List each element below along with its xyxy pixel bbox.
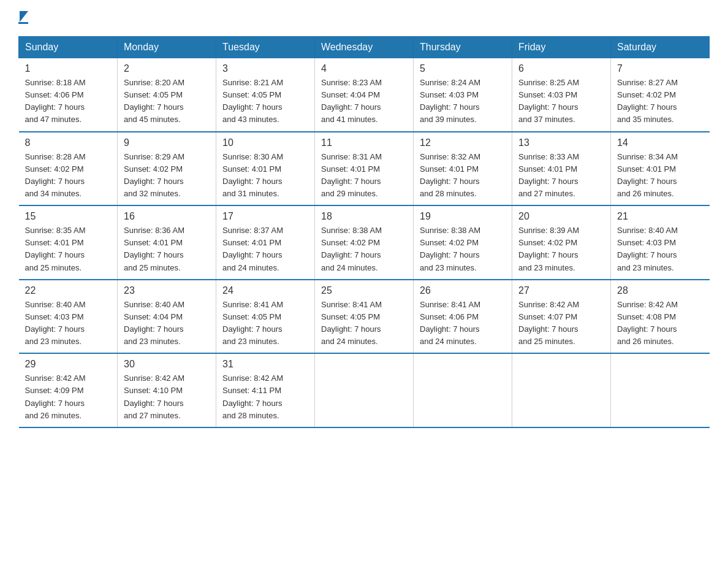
header-cell-tuesday: Tuesday — [216, 37, 315, 58]
header-cell-thursday: Thursday — [414, 37, 512, 58]
day-info: Sunrise: 8:39 AM Sunset: 4:02 PM Dayligh… — [518, 224, 604, 274]
calendar-cell: 17 Sunrise: 8:37 AM Sunset: 4:01 PM Dayl… — [216, 205, 315, 280]
day-info: Sunrise: 8:40 AM Sunset: 4:04 PM Dayligh… — [124, 299, 210, 348]
day-info: Sunrise: 8:27 AM Sunset: 4:02 PM Dayligh… — [617, 77, 703, 126]
day-number: 29 — [25, 359, 112, 370]
day-info: Sunrise: 8:40 AM Sunset: 4:03 PM Dayligh… — [617, 224, 703, 274]
day-number: 31 — [222, 359, 308, 370]
calendar-week-row: 1 Sunrise: 8:18 AM Sunset: 4:06 PM Dayli… — [19, 58, 710, 132]
calendar-cell — [512, 353, 611, 427]
calendar-cell: 19 Sunrise: 8:38 AM Sunset: 4:02 PM Dayl… — [414, 205, 512, 280]
calendar-cell: 5 Sunrise: 8:24 AM Sunset: 4:03 PM Dayli… — [414, 58, 512, 132]
calendar-cell: 27 Sunrise: 8:42 AM Sunset: 4:07 PM Dayl… — [512, 280, 611, 354]
day-info: Sunrise: 8:33 AM Sunset: 4:01 PM Dayligh… — [518, 151, 604, 201]
calendar-cell: 15 Sunrise: 8:35 AM Sunset: 4:01 PM Dayl… — [19, 205, 118, 280]
day-info: Sunrise: 8:42 AM Sunset: 4:11 PM Dayligh… — [222, 372, 308, 422]
day-number: 14 — [617, 137, 703, 148]
day-number: 12 — [420, 137, 506, 148]
day-info: Sunrise: 8:41 AM Sunset: 4:05 PM Dayligh… — [321, 299, 407, 348]
day-info: Sunrise: 8:40 AM Sunset: 4:03 PM Dayligh… — [25, 299, 112, 348]
day-info: Sunrise: 8:25 AM Sunset: 4:03 PM Dayligh… — [518, 77, 604, 126]
day-info: Sunrise: 8:36 AM Sunset: 4:01 PM Dayligh… — [124, 224, 210, 274]
day-number: 27 — [518, 285, 604, 296]
calendar-cell: 21 Sunrise: 8:40 AM Sunset: 4:03 PM Dayl… — [611, 205, 710, 280]
day-info: Sunrise: 8:31 AM Sunset: 4:01 PM Dayligh… — [321, 151, 407, 201]
day-info: Sunrise: 8:20 AM Sunset: 4:05 PM Dayligh… — [124, 77, 210, 126]
calendar-cell: 13 Sunrise: 8:33 AM Sunset: 4:01 PM Dayl… — [512, 132, 611, 206]
day-number: 5 — [420, 63, 506, 74]
day-info: Sunrise: 8:30 AM Sunset: 4:01 PM Dayligh… — [222, 151, 308, 201]
day-number: 6 — [518, 63, 604, 74]
calendar-cell: 29 Sunrise: 8:42 AM Sunset: 4:09 PM Dayl… — [19, 353, 118, 427]
day-number: 28 — [617, 285, 703, 296]
calendar-cell — [414, 353, 512, 427]
calendar-cell — [315, 353, 414, 427]
calendar-cell: 2 Sunrise: 8:20 AM Sunset: 4:05 PM Dayli… — [118, 58, 216, 132]
calendar-week-row: 15 Sunrise: 8:35 AM Sunset: 4:01 PM Dayl… — [19, 205, 710, 280]
day-number: 18 — [321, 211, 407, 222]
day-number: 1 — [25, 63, 112, 74]
calendar-cell: 3 Sunrise: 8:21 AM Sunset: 4:05 PM Dayli… — [216, 58, 315, 132]
header-cell-monday: Monday — [118, 37, 216, 58]
day-number: 13 — [518, 137, 604, 148]
day-number: 20 — [518, 211, 604, 222]
day-info: Sunrise: 8:38 AM Sunset: 4:02 PM Dayligh… — [321, 224, 407, 274]
day-number: 8 — [25, 137, 112, 148]
calendar-cell: 11 Sunrise: 8:31 AM Sunset: 4:01 PM Dayl… — [315, 132, 414, 206]
calendar-cell: 1 Sunrise: 8:18 AM Sunset: 4:06 PM Dayli… — [19, 58, 118, 132]
day-number: 30 — [124, 359, 210, 370]
day-info: Sunrise: 8:41 AM Sunset: 4:06 PM Dayligh… — [420, 299, 506, 348]
day-number: 26 — [420, 285, 506, 296]
calendar-cell: 14 Sunrise: 8:34 AM Sunset: 4:01 PM Dayl… — [611, 132, 710, 206]
day-info: Sunrise: 8:28 AM Sunset: 4:02 PM Dayligh… — [25, 151, 112, 201]
day-info: Sunrise: 8:38 AM Sunset: 4:02 PM Dayligh… — [420, 224, 506, 274]
calendar-cell: 22 Sunrise: 8:40 AM Sunset: 4:03 PM Dayl… — [19, 280, 118, 354]
logo — [18, 12, 28, 24]
calendar-cell: 31 Sunrise: 8:42 AM Sunset: 4:11 PM Dayl… — [216, 353, 315, 427]
calendar-cell: 8 Sunrise: 8:28 AM Sunset: 4:02 PM Dayli… — [19, 132, 118, 206]
day-number: 3 — [222, 63, 308, 74]
day-number: 10 — [222, 137, 308, 148]
calendar-cell: 23 Sunrise: 8:40 AM Sunset: 4:04 PM Dayl… — [118, 280, 216, 354]
calendar-header-row: SundayMondayTuesdayWednesdayThursdayFrid… — [19, 37, 710, 58]
calendar-cell: 16 Sunrise: 8:36 AM Sunset: 4:01 PM Dayl… — [118, 205, 216, 280]
day-info: Sunrise: 8:34 AM Sunset: 4:01 PM Dayligh… — [617, 151, 703, 201]
day-info: Sunrise: 8:42 AM Sunset: 4:08 PM Dayligh… — [617, 299, 703, 348]
logo-triangle-icon — [20, 11, 28, 22]
calendar-week-row: 22 Sunrise: 8:40 AM Sunset: 4:03 PM Dayl… — [19, 280, 710, 354]
day-info: Sunrise: 8:37 AM Sunset: 4:01 PM Dayligh… — [222, 224, 308, 274]
page-header — [18, 12, 710, 24]
calendar-cell: 18 Sunrise: 8:38 AM Sunset: 4:02 PM Dayl… — [315, 205, 414, 280]
day-info: Sunrise: 8:42 AM Sunset: 4:07 PM Dayligh… — [518, 299, 604, 348]
calendar-cell: 6 Sunrise: 8:25 AM Sunset: 4:03 PM Dayli… — [512, 58, 611, 132]
calendar-cell: 20 Sunrise: 8:39 AM Sunset: 4:02 PM Dayl… — [512, 205, 611, 280]
day-number: 21 — [617, 211, 703, 222]
day-info: Sunrise: 8:42 AM Sunset: 4:09 PM Dayligh… — [25, 372, 112, 422]
calendar-cell: 10 Sunrise: 8:30 AM Sunset: 4:01 PM Dayl… — [216, 132, 315, 206]
header-cell-friday: Friday — [512, 37, 611, 58]
day-info: Sunrise: 8:35 AM Sunset: 4:01 PM Dayligh… — [25, 224, 112, 274]
calendar-week-row: 29 Sunrise: 8:42 AM Sunset: 4:09 PM Dayl… — [19, 353, 710, 427]
day-number: 19 — [420, 211, 506, 222]
day-info: Sunrise: 8:41 AM Sunset: 4:05 PM Dayligh… — [222, 299, 308, 348]
day-number: 11 — [321, 137, 407, 148]
calendar-cell: 4 Sunrise: 8:23 AM Sunset: 4:04 PM Dayli… — [315, 58, 414, 132]
day-info: Sunrise: 8:24 AM Sunset: 4:03 PM Dayligh… — [420, 77, 506, 126]
calendar-cell: 9 Sunrise: 8:29 AM Sunset: 4:02 PM Dayli… — [118, 132, 216, 206]
header-cell-saturday: Saturday — [611, 37, 710, 58]
day-number: 16 — [124, 211, 210, 222]
day-number: 17 — [222, 211, 308, 222]
calendar-week-row: 8 Sunrise: 8:28 AM Sunset: 4:02 PM Dayli… — [19, 132, 710, 206]
day-info: Sunrise: 8:23 AM Sunset: 4:04 PM Dayligh… — [321, 77, 407, 126]
calendar-cell: 12 Sunrise: 8:32 AM Sunset: 4:01 PM Dayl… — [414, 132, 512, 206]
calendar-table: SundayMondayTuesdayWednesdayThursdayFrid… — [18, 36, 710, 428]
day-number: 4 — [321, 63, 407, 74]
header-cell-sunday: Sunday — [19, 37, 118, 58]
day-number: 25 — [321, 285, 407, 296]
day-number: 22 — [25, 285, 112, 296]
day-number: 7 — [617, 63, 703, 74]
calendar-cell: 30 Sunrise: 8:42 AM Sunset: 4:10 PM Dayl… — [118, 353, 216, 427]
day-number: 2 — [124, 63, 210, 74]
day-info: Sunrise: 8:32 AM Sunset: 4:01 PM Dayligh… — [420, 151, 506, 201]
calendar-cell: 28 Sunrise: 8:42 AM Sunset: 4:08 PM Dayl… — [611, 280, 710, 354]
